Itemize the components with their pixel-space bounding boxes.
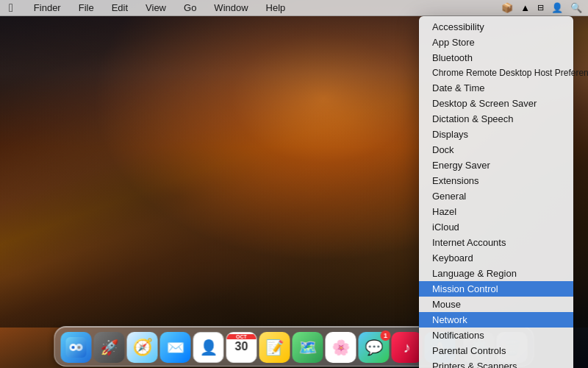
menubar-left:  Finder File Edit View Go Window Help xyxy=(6,1,288,15)
menubar:  Finder File Edit View Go Window Help 📦… xyxy=(0,0,588,16)
dock-safari[interactable]: 🧭 xyxy=(127,332,158,363)
dropdown-item-bluetooth[interactable]: Bluetooth xyxy=(419,50,573,66)
dock-messages[interactable]: 💬 1 xyxy=(359,332,390,363)
dropdown-item-mouse[interactable]: Mouse xyxy=(419,297,573,312)
dropdown-item-general[interactable]: General xyxy=(419,188,573,204)
dropdown-item-parental[interactable]: Parental Controls xyxy=(419,343,573,358)
dropdown-item-icloud[interactable]: iCloud xyxy=(419,219,573,235)
search-icon[interactable]: 🔍 xyxy=(570,2,582,13)
dock-calendar[interactable]: OCT 30 xyxy=(226,332,257,363)
dropdown-item-dock[interactable]: Dock xyxy=(419,142,573,158)
svg-point-3 xyxy=(72,346,75,349)
dropdown-item-chrome-remote[interactable]: Chrome Remote Desktop Host Preferences xyxy=(419,66,573,80)
dropdown-item-dictation[interactable]: Dictation & Speech xyxy=(419,111,573,127)
dock-notes[interactable]: 📝 xyxy=(259,332,290,363)
dropdown-item-accessibility[interactable]: Accessibility xyxy=(419,19,573,35)
battery-icon[interactable]: ⊟ xyxy=(537,3,544,13)
dropbox-icon[interactable]: 📦 xyxy=(501,2,513,13)
svg-point-4 xyxy=(78,346,81,349)
desktop:  Finder File Edit View Go Window Help 📦… xyxy=(0,0,588,368)
wifi-icon[interactable]: ▲ xyxy=(520,2,530,13)
dropdown-item-mission-control[interactable]: Mission Control xyxy=(419,281,573,297)
dock-launchpad[interactable]: 🚀 xyxy=(94,332,125,363)
help-menu[interactable]: Help xyxy=(263,2,289,13)
dropdown-item-network[interactable]: Network xyxy=(419,312,573,328)
user-icon[interactable]: 👤 xyxy=(551,2,563,13)
dropdown-item-extensions[interactable]: Extensions xyxy=(419,173,573,188)
dropdown-item-datetime[interactable]: Date & Time xyxy=(419,80,573,96)
dropdown-item-language[interactable]: Language & Region xyxy=(419,266,573,281)
dropdown-item-keyboard[interactable]: Keyboard xyxy=(419,250,573,266)
dropdown-item-notifications[interactable]: Notifications xyxy=(419,328,573,343)
finder-menu[interactable]: Finder xyxy=(31,2,64,13)
menubar-right: 📦 ▲ ⊟ 👤 🔍 xyxy=(501,2,582,13)
dropdown-item-hazel[interactable]: Hazel xyxy=(419,204,573,219)
dropdown-item-appstore[interactable]: App Store xyxy=(419,35,573,50)
dropdown-item-energy[interactable]: Energy Saver xyxy=(419,158,573,173)
dock-finder[interactable] xyxy=(61,332,92,363)
dropdown-item-printers[interactable]: Printers & Scanners xyxy=(419,358,573,368)
window-menu[interactable]: Window xyxy=(211,2,251,13)
dock-mail[interactable]: ✉️ xyxy=(160,332,191,363)
view-menu[interactable]: View xyxy=(143,2,169,13)
go-menu[interactable]: Go xyxy=(181,2,199,13)
file-menu[interactable]: File xyxy=(76,2,97,13)
dropdown-item-desktop[interactable]: Desktop & Screen Saver xyxy=(419,96,573,111)
dock-maps[interactable]: 🗺️ xyxy=(293,332,323,363)
dock-contacts[interactable]: 👤 xyxy=(193,332,224,363)
system-preferences-dropdown: Accessibility App Store Bluetooth Chrome… xyxy=(419,16,573,368)
edit-menu[interactable]: Edit xyxy=(109,2,131,13)
dropdown-item-displays[interactable]: Displays xyxy=(419,127,573,142)
dock-music[interactable]: ♪ xyxy=(392,332,423,363)
dock-photos[interactable]: 🌸 xyxy=(326,332,356,363)
apple-menu[interactable]:  xyxy=(6,1,16,15)
dropdown-item-internet-accounts[interactable]: Internet Accounts xyxy=(419,235,573,250)
